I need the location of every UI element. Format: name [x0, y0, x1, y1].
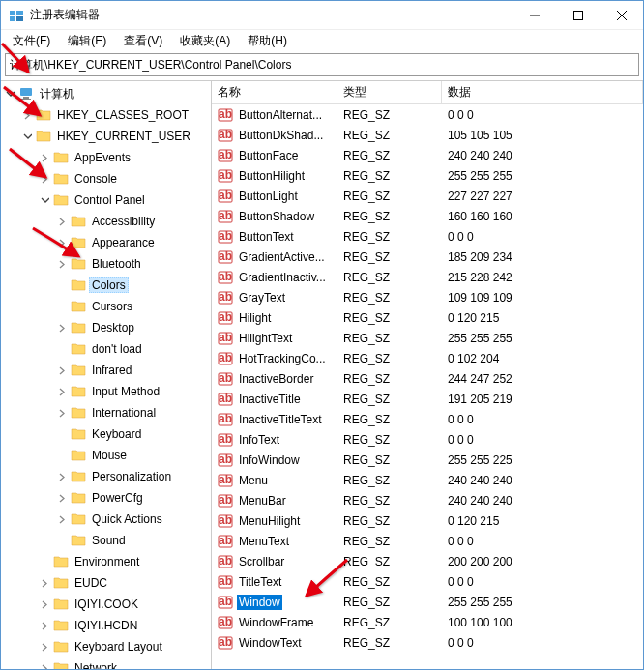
- expander-icon[interactable]: [38, 597, 51, 611]
- tree-item[interactable]: Control Panel: [1, 189, 211, 211]
- menu-edit[interactable]: 编辑(E): [60, 31, 114, 51]
- expander-icon[interactable]: [38, 555, 51, 568]
- expander-icon[interactable]: [55, 342, 69, 356]
- menu-favorites[interactable]: 收藏夹(A): [172, 31, 238, 51]
- tree-item[interactable]: Keyboard Layout: [1, 636, 211, 657]
- expander-icon[interactable]: [55, 449, 69, 462]
- tree-item[interactable]: IQIYI.COOK: [1, 594, 211, 615]
- expander-icon[interactable]: [55, 364, 69, 377]
- list-row[interactable]: abButtonAlternat...REG_SZ0 0 0: [212, 104, 643, 125]
- list-row[interactable]: abGrayTextREG_SZ109 109 109: [212, 287, 643, 307]
- tree-item[interactable]: HKEY_CURRENT_USER: [1, 126, 211, 147]
- menu-help[interactable]: 帮助(H): [240, 31, 295, 51]
- expander-icon[interactable]: [55, 491, 69, 505]
- tree-item[interactable]: Console: [1, 168, 211, 189]
- tree-item[interactable]: Quick Actions: [1, 509, 211, 530]
- tree-item[interactable]: HKEY_CLASSES_ROOT: [1, 104, 211, 126]
- list-row[interactable]: abHilightTextREG_SZ255 255 255: [212, 328, 643, 348]
- list-body[interactable]: abButtonAlternat...REG_SZ0 0 0abButtonDk…: [212, 104, 643, 669]
- expander-icon[interactable]: [55, 470, 69, 483]
- tree-item[interactable]: IQIYI.HCDN: [1, 615, 211, 636]
- tree-panel[interactable]: 计算机HKEY_CLASSES_ROOTHKEY_CURRENT_USERApp…: [1, 81, 212, 669]
- list-row[interactable]: abTitleTextREG_SZ0 0 0: [212, 571, 643, 592]
- list-row[interactable]: abMenuREG_SZ240 240 240: [212, 470, 643, 490]
- list-row[interactable]: abGradientActive...REG_SZ185 209 234: [212, 247, 643, 267]
- menu-view[interactable]: 查看(V): [116, 31, 170, 51]
- tree-item[interactable]: Personalization: [1, 466, 211, 487]
- header-data[interactable]: 数据: [442, 81, 643, 103]
- list-row[interactable]: abInfoWindowREG_SZ255 255 225: [212, 450, 643, 470]
- expander-icon[interactable]: [55, 236, 69, 249]
- expander-icon[interactable]: [38, 619, 51, 632]
- tree-item[interactable]: Environment: [1, 551, 211, 572]
- header-name[interactable]: 名称: [212, 81, 337, 103]
- list-row[interactable]: abButtonHilightREG_SZ255 255 255: [212, 165, 643, 186]
- list-row[interactable]: abHilightREG_SZ0 120 215: [212, 307, 643, 328]
- list-row[interactable]: abInactiveBorderREG_SZ244 247 252: [212, 368, 643, 389]
- tree-item[interactable]: don't load: [1, 338, 211, 360]
- list-row[interactable]: abInfoTextREG_SZ0 0 0: [212, 429, 643, 450]
- expander-icon[interactable]: [3, 87, 16, 101]
- list-row[interactable]: abButtonShadowREG_SZ160 160 160: [212, 206, 643, 226]
- list-row[interactable]: abButtonDkShad...REG_SZ105 105 105: [212, 125, 643, 145]
- tree-item[interactable]: EUDC: [1, 572, 211, 594]
- list-row[interactable]: abMenuHilightREG_SZ0 120 215: [212, 510, 643, 531]
- list-row[interactable]: abInactiveTitleTextREG_SZ0 0 0: [212, 409, 643, 429]
- close-button[interactable]: [600, 1, 643, 29]
- expander-icon[interactable]: [55, 278, 69, 292]
- tree-item[interactable]: 计算机: [1, 83, 211, 104]
- expander-icon[interactable]: [55, 534, 69, 547]
- list-row[interactable]: abWindowFrameREG_SZ100 100 100: [212, 612, 643, 632]
- expander-icon[interactable]: [38, 172, 51, 186]
- list-row[interactable]: abButtonLightREG_SZ227 227 227: [212, 186, 643, 206]
- expander-icon[interactable]: [55, 427, 69, 441]
- tree-item[interactable]: Desktop: [1, 317, 211, 338]
- titlebar[interactable]: 注册表编辑器: [1, 1, 643, 30]
- expander-icon[interactable]: [20, 130, 34, 143]
- expander-icon[interactable]: [55, 406, 69, 420]
- tree-item[interactable]: AppEvents: [1, 147, 211, 168]
- expander-icon[interactable]: [55, 512, 69, 526]
- tree-item[interactable]: Colors: [1, 275, 211, 296]
- address-bar[interactable]: 计算机\HKEY_CURRENT_USER\Control Panel\Colo…: [5, 53, 639, 76]
- tree-item[interactable]: Network: [1, 657, 211, 669]
- list-row[interactable]: abHotTrackingCo...REG_SZ0 102 204: [212, 348, 643, 368]
- expander-icon[interactable]: [55, 215, 69, 228]
- expander-icon[interactable]: [38, 576, 51, 590]
- list-row[interactable]: abMenuTextREG_SZ0 0 0: [212, 531, 643, 551]
- expander-icon[interactable]: [55, 300, 69, 313]
- list-row[interactable]: abButtonTextREG_SZ0 0 0: [212, 226, 643, 247]
- tree-item[interactable]: Accessibility: [1, 211, 211, 232]
- tree-item[interactable]: Mouse: [1, 445, 211, 466]
- expander-icon[interactable]: [20, 108, 34, 122]
- list-row[interactable]: abWindowREG_SZ255 255 255: [212, 592, 643, 612]
- tree-item[interactable]: Input Method: [1, 381, 211, 402]
- tree-item[interactable]: Sound: [1, 530, 211, 551]
- list-row[interactable]: abButtonFaceREG_SZ240 240 240: [212, 145, 643, 165]
- list-row[interactable]: abGradientInactiv...REG_SZ215 228 242: [212, 267, 643, 287]
- maximize-button[interactable]: [556, 1, 600, 29]
- expander-icon[interactable]: [38, 661, 51, 669]
- tree-item[interactable]: Keyboard: [1, 423, 211, 445]
- list-row[interactable]: abWindowTextREG_SZ0 0 0: [212, 632, 643, 653]
- expander-icon[interactable]: [55, 385, 69, 398]
- expander-icon[interactable]: [55, 257, 69, 271]
- list-row[interactable]: abInactiveTitleREG_SZ191 205 219: [212, 389, 643, 409]
- svg-text:ab: ab: [219, 534, 232, 547]
- tree-item[interactable]: International: [1, 402, 211, 423]
- tree-item[interactable]: Bluetooth: [1, 253, 211, 275]
- expander-icon[interactable]: [38, 193, 51, 207]
- header-type[interactable]: 类型: [337, 81, 442, 103]
- value-type: REG_SZ: [339, 311, 444, 325]
- tree-item[interactable]: Infrared: [1, 360, 211, 381]
- tree-item[interactable]: Appearance: [1, 232, 211, 253]
- menu-file[interactable]: 文件(F): [5, 31, 58, 51]
- tree-item[interactable]: PowerCfg: [1, 487, 211, 509]
- expander-icon[interactable]: [38, 151, 51, 164]
- list-row[interactable]: abMenuBarREG_SZ240 240 240: [212, 490, 643, 510]
- minimize-button[interactable]: [512, 1, 556, 29]
- expander-icon[interactable]: [55, 321, 69, 335]
- expander-icon[interactable]: [38, 640, 51, 654]
- tree-item[interactable]: Cursors: [1, 296, 211, 317]
- list-row[interactable]: abScrollbarREG_SZ200 200 200: [212, 551, 643, 571]
